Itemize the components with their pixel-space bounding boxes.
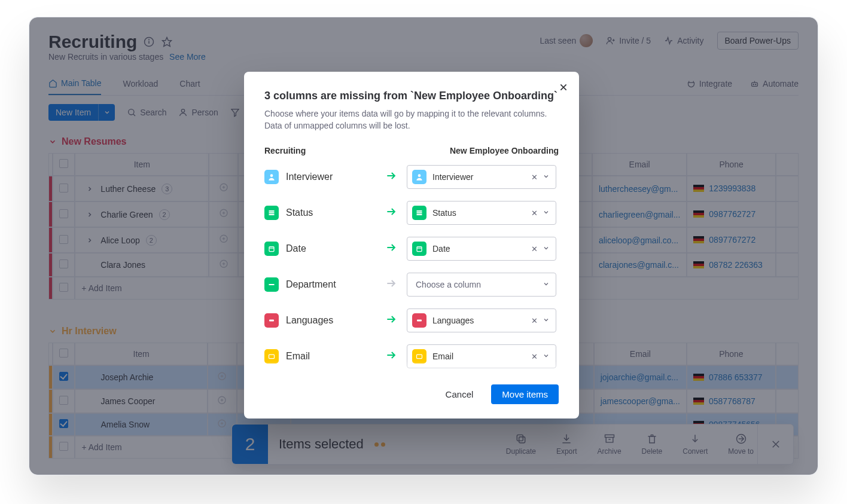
- chevron-down-icon: [543, 280, 550, 289]
- chevron-down-icon: [543, 208, 550, 218]
- modal-description: Choose where your items data will go by …: [264, 108, 559, 132]
- mapping-target-label: Date: [432, 244, 450, 253]
- mapping-target-label: Status: [432, 208, 456, 218]
- column-type-icon: [264, 170, 279, 184]
- arrow-right-icon: [385, 170, 400, 184]
- modal-close-button[interactable]: [556, 80, 571, 94]
- mapping-target-placeholder: Choose a column: [416, 280, 481, 289]
- chevron-down-icon: [543, 316, 550, 325]
- arrow-right-icon: [385, 242, 400, 256]
- move-items-button[interactable]: Move items: [491, 384, 559, 404]
- svg-rect-57: [269, 247, 274, 252]
- clear-mapping-icon[interactable]: ✕: [531, 245, 538, 253]
- svg-rect-66: [417, 320, 422, 322]
- svg-point-49: [418, 175, 421, 178]
- mapping-row: DepartmentChoose a column: [264, 273, 556, 297]
- chevron-down-icon: [543, 172, 550, 182]
- mapping-header: Recruiting New Employee Onboarding: [264, 146, 559, 155]
- mapping-row: LanguagesLanguages✕: [264, 308, 556, 332]
- modal-title: 3 columns are missing from `New Employee…: [264, 90, 559, 102]
- column-mapping-modal: 3 columns are missing from `New Employee…: [244, 72, 579, 419]
- column-type-icon: [264, 277, 279, 292]
- svg-rect-56: [417, 214, 422, 215]
- mapping-target-select[interactable]: Choose a column: [407, 273, 556, 297]
- column-type-icon: [264, 206, 279, 220]
- mapping-source: Department: [264, 277, 378, 292]
- arrow-right-icon: [385, 313, 400, 328]
- arrow-right-icon: [385, 349, 400, 364]
- clear-mapping-icon[interactable]: ✕: [531, 352, 538, 361]
- mapping-source-label: Languages: [286, 315, 333, 326]
- column-type-icon: [412, 170, 426, 184]
- svg-rect-51: [269, 212, 275, 213]
- chevron-down-icon: [543, 352, 550, 361]
- modal-actions: Cancel Move items: [264, 375, 559, 404]
- svg-rect-54: [417, 210, 422, 212]
- clear-mapping-icon[interactable]: ✕: [531, 173, 538, 182]
- cancel-button[interactable]: Cancel: [435, 384, 485, 404]
- mapping-source-label: Email: [286, 351, 310, 362]
- mapping-row: StatusStatus✕: [264, 201, 556, 225]
- svg-point-47: [270, 175, 273, 178]
- svg-rect-50: [269, 210, 275, 212]
- mapping-source: Status: [264, 206, 378, 220]
- svg-rect-62: [269, 284, 275, 285]
- mapping-row: DateDate✕: [264, 237, 556, 261]
- svg-rect-55: [417, 212, 422, 213]
- mapping-source: Date: [264, 242, 378, 256]
- mapping-right-header: New Employee Onboarding: [450, 146, 559, 155]
- mapping-row: InterviewerInterviewer✕: [264, 165, 556, 189]
- chevron-down-icon: [543, 244, 550, 253]
- mapping-source-label: Date: [286, 243, 306, 254]
- mapping-target-label: Interviewer: [432, 172, 473, 182]
- mapping-target-select[interactable]: Email✕: [407, 344, 556, 368]
- mapping-target-select[interactable]: Date✕: [407, 237, 556, 261]
- mapping-target-select[interactable]: Languages✕: [407, 308, 556, 332]
- mapping-source-label: Department: [286, 279, 336, 290]
- mapping-target-select[interactable]: Interviewer✕: [407, 165, 556, 189]
- mapping-source: Languages: [264, 313, 378, 328]
- mapping-target-select[interactable]: Status✕: [407, 201, 556, 225]
- arrow-right-icon: [385, 206, 400, 220]
- column-type-icon: [264, 242, 279, 256]
- column-type-icon: [412, 242, 426, 256]
- mapping-source: Interviewer: [264, 170, 378, 184]
- svg-rect-69: [417, 355, 422, 359]
- mapping-body[interactable]: InterviewerInterviewer✕StatusStatus✕Date…: [264, 165, 559, 372]
- mapping-left-header: Recruiting: [264, 146, 306, 155]
- mapping-target-label: Email: [432, 352, 453, 361]
- close-icon: [559, 83, 568, 92]
- mapping-source: Email: [264, 349, 378, 364]
- mapping-source-label: Status: [286, 207, 313, 218]
- mapping-target-label: Languages: [432, 316, 474, 325]
- svg-rect-64: [269, 320, 274, 322]
- mapping-row: EmailEmail✕: [264, 344, 556, 368]
- column-type-icon: [264, 349, 279, 364]
- column-type-icon: [412, 206, 426, 220]
- column-type-icon: [412, 313, 426, 328]
- svg-rect-60: [417, 247, 422, 252]
- svg-rect-67: [269, 355, 275, 359]
- mapping-source-label: Interviewer: [286, 172, 333, 182]
- column-type-icon: [264, 313, 279, 328]
- column-type-icon: [412, 349, 426, 364]
- clear-mapping-icon[interactable]: ✕: [531, 316, 538, 325]
- svg-rect-52: [269, 214, 275, 215]
- arrow-right-icon: [385, 277, 400, 292]
- clear-mapping-icon[interactable]: ✕: [531, 209, 538, 218]
